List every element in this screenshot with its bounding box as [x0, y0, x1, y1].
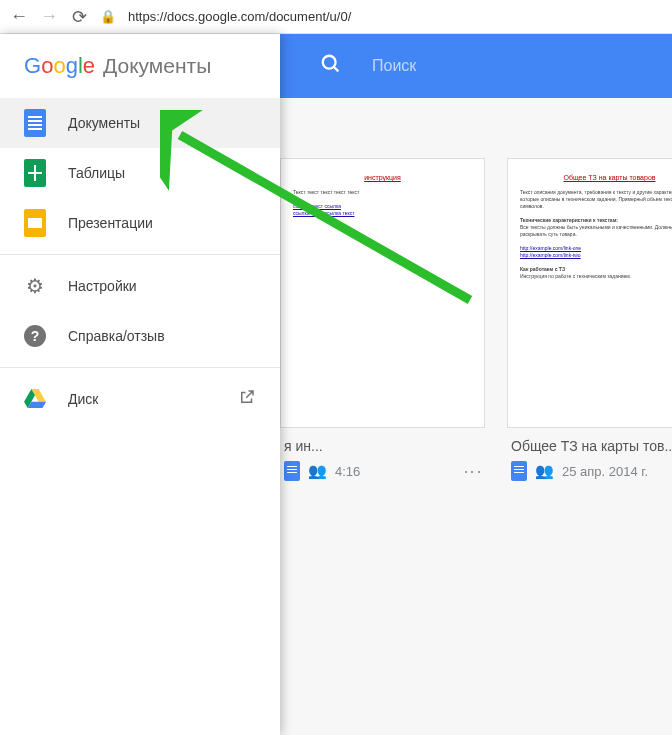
menu-label: Диск: [68, 391, 98, 407]
document-card[interactable]: инструкция Текст текст текст текст текст…: [280, 158, 485, 492]
menu-item-sheets[interactable]: Таблицы: [0, 148, 280, 198]
menu-label: Презентации: [68, 215, 153, 231]
svg-point-0: [323, 55, 336, 68]
document-card[interactable]: Общее ТЗ на карты товаров Текст описания…: [507, 158, 672, 492]
search-icon[interactable]: [320, 53, 342, 80]
url-field[interactable]: https://docs.google.com/document/u/0/: [128, 9, 662, 24]
menu-label: Справка/отзыв: [68, 328, 165, 344]
more-icon[interactable]: ⋮: [462, 463, 484, 479]
shared-icon: 👥: [308, 462, 327, 480]
gear-icon: ⚙: [24, 275, 46, 297]
document-thumbnail: инструкция Текст текст текст текст текст…: [280, 158, 485, 428]
menu-label: Таблицы: [68, 165, 125, 181]
document-date: 25 апр. 2014 г.: [562, 464, 672, 479]
google-logo: Google: [24, 53, 95, 79]
drive-icon: [24, 389, 46, 409]
document-title: Общее ТЗ на карты тов...: [511, 438, 672, 454]
menu-item-drive[interactable]: Диск: [0, 374, 280, 424]
lock-icon: 🔒: [100, 9, 116, 24]
document-thumbnail: Общее ТЗ на карты товаров Текст описания…: [507, 158, 672, 428]
slides-icon: [24, 209, 46, 237]
menu-label: Настройки: [68, 278, 137, 294]
app-name: Документы: [103, 54, 211, 78]
svg-line-1: [334, 66, 339, 71]
search-input[interactable]: Поиск: [372, 57, 416, 75]
sheets-icon: [24, 159, 46, 187]
back-icon[interactable]: ←: [10, 6, 28, 27]
docs-icon: [511, 461, 527, 481]
logo-row: Google Документы: [0, 34, 280, 98]
docs-icon: [284, 461, 300, 481]
navigation-drawer: Google Документы Документы Таблицы Презе…: [0, 34, 280, 735]
docs-icon: [24, 109, 46, 137]
shared-icon: 👥: [535, 462, 554, 480]
menu-separator: [0, 367, 280, 368]
menu-item-settings[interactable]: ⚙ Настройки: [0, 261, 280, 311]
forward-icon[interactable]: →: [40, 6, 58, 27]
menu-item-help[interactable]: ? Справка/отзыв: [0, 311, 280, 361]
menu-label: Документы: [68, 115, 140, 131]
menu-item-slides[interactable]: Презентации: [0, 198, 280, 248]
browser-address-bar: ← → ⟳ 🔒 https://docs.google.com/document…: [0, 0, 672, 34]
open-external-icon: [238, 388, 256, 411]
menu-separator: [0, 254, 280, 255]
menu-item-docs[interactable]: Документы: [0, 98, 280, 148]
reload-icon[interactable]: ⟳: [70, 6, 88, 28]
help-icon: ?: [24, 325, 46, 347]
document-title: я ин...: [284, 438, 481, 454]
document-date: 4:16: [335, 464, 457, 479]
